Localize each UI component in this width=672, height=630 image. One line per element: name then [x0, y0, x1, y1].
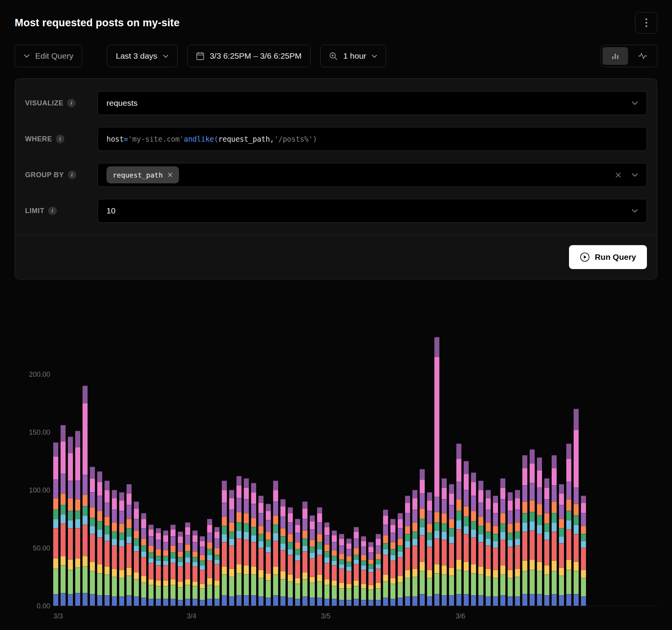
limit-select[interactable]: 10	[98, 199, 647, 223]
chart-bar[interactable]	[449, 484, 454, 606]
where-input[interactable]: host = 'my-site.com' and like(request_pa…	[98, 127, 647, 151]
chart-bar[interactable]	[354, 527, 359, 606]
chart-bar[interactable]	[214, 527, 219, 606]
chart-bar[interactable]	[273, 481, 278, 606]
bar-segment	[105, 566, 110, 574]
chart-bar[interactable]	[412, 490, 417, 606]
chart-bar[interactable]	[398, 513, 403, 606]
chart-bar[interactable]	[530, 449, 535, 606]
info-icon[interactable]: i	[48, 207, 57, 215]
granularity-dropdown[interactable]: 1 hour	[320, 45, 387, 67]
chart-bar[interactable]	[207, 519, 212, 606]
clear-group-by-icon[interactable]	[615, 172, 621, 178]
chart-bar[interactable]	[266, 504, 271, 606]
chart-bar[interactable]	[478, 481, 483, 606]
chart-bar[interactable]	[581, 496, 586, 606]
range-preset-dropdown[interactable]: Last 3 days	[107, 45, 177, 67]
stacked-bars[interactable]	[53, 337, 586, 606]
edit-query-button[interactable]: Edit Query	[15, 45, 82, 67]
chart-bar[interactable]	[544, 478, 549, 606]
chart-bar[interactable]	[200, 536, 205, 606]
chart-bar[interactable]	[295, 519, 300, 606]
line-chart-toggle-button[interactable]	[630, 47, 655, 65]
bar-segment	[141, 519, 146, 528]
chart-bar[interactable]	[258, 496, 263, 606]
chart-bar[interactable]	[310, 515, 315, 606]
chart-bar[interactable]	[83, 386, 88, 606]
chart-bar[interactable]	[383, 510, 388, 606]
chart-bar[interactable]	[185, 522, 190, 606]
chart-bar[interactable]	[566, 444, 571, 606]
chart-bar[interactable]	[229, 490, 234, 606]
chart-bar[interactable]	[119, 492, 124, 606]
chart-bar[interactable]	[324, 522, 329, 606]
chart-bar[interactable]	[427, 492, 432, 606]
chart-bar[interactable]	[515, 490, 520, 606]
group-by-select[interactable]: request_path	[98, 163, 647, 187]
chart-bar[interactable]	[171, 525, 176, 606]
chart-bar[interactable]	[105, 481, 110, 606]
chart-bar[interactable]	[361, 536, 366, 606]
chart-bar[interactable]	[559, 484, 564, 606]
bar-segment	[368, 572, 373, 585]
chart-bar[interactable]	[346, 539, 351, 606]
chart-bar[interactable]	[434, 337, 439, 606]
info-icon[interactable]: i	[67, 99, 76, 107]
chart-bar[interactable]	[53, 442, 58, 606]
requests-chart[interactable]: 0.0050.00100.00150.00200.00 3/33/43/53/6	[15, 328, 657, 622]
chart-bar[interactable]	[163, 530, 168, 606]
chart-bar[interactable]	[405, 496, 410, 606]
chart-bar[interactable]	[537, 457, 542, 606]
info-icon[interactable]: i	[68, 171, 76, 179]
chart-bar[interactable]	[134, 501, 139, 606]
bar-segment	[112, 539, 117, 545]
chart-bar[interactable]	[317, 507, 322, 606]
chart-bar[interactable]	[236, 476, 241, 606]
chart-bar[interactable]	[574, 409, 579, 606]
chart-bar[interactable]	[508, 492, 513, 606]
chart-bar[interactable]	[368, 542, 373, 606]
chart-bar[interactable]	[493, 496, 498, 606]
chart-bar[interactable]	[486, 490, 491, 606]
chart-bar[interactable]	[141, 513, 146, 606]
chart-bar[interactable]	[75, 431, 80, 606]
chart-bar[interactable]	[456, 444, 461, 606]
chart-bar[interactable]	[112, 490, 117, 606]
chart-bar[interactable]	[68, 437, 73, 606]
chart-bar[interactable]	[127, 484, 132, 606]
chart-bar[interactable]	[442, 478, 447, 606]
group-by-chip[interactable]: request_path	[106, 166, 179, 183]
chart-bar[interactable]	[552, 455, 557, 606]
chart-bar[interactable]	[251, 483, 256, 606]
chart-bar[interactable]	[522, 455, 527, 606]
chart-bar[interactable]	[192, 530, 198, 606]
chip-remove-icon[interactable]	[167, 172, 173, 178]
chart-bar[interactable]	[302, 501, 307, 606]
info-icon[interactable]: i	[56, 135, 64, 143]
chart-bar[interactable]	[500, 478, 505, 606]
chart-bar[interactable]	[222, 481, 227, 606]
chart-bar[interactable]	[178, 532, 183, 606]
chart-bar[interactable]	[280, 499, 285, 606]
chart-bar[interactable]	[464, 461, 469, 606]
bar-segment	[412, 490, 417, 498]
bar-segment	[258, 578, 263, 596]
chart-bar[interactable]	[244, 478, 249, 606]
chart-bar[interactable]	[420, 469, 425, 606]
chart-bar[interactable]	[376, 534, 381, 606]
run-query-button[interactable]: Run Query	[569, 245, 647, 269]
chart-bar[interactable]	[390, 519, 395, 606]
chart-bar[interactable]	[471, 472, 476, 606]
date-range-picker[interactable]: 3/3 6:25PM – 3/6 6:25PM	[187, 45, 311, 67]
chart-bar[interactable]	[156, 528, 161, 606]
kebab-menu-button[interactable]	[635, 12, 657, 34]
chart-bar[interactable]	[90, 467, 95, 606]
bar-chart-toggle-button[interactable]	[603, 47, 628, 65]
visualize-select[interactable]: requests	[98, 91, 647, 115]
chart-bar[interactable]	[288, 507, 293, 606]
chart-bar[interactable]	[97, 471, 102, 606]
chart-bar[interactable]	[332, 530, 337, 606]
chart-bar[interactable]	[61, 425, 66, 606]
chart-bar[interactable]	[339, 534, 344, 606]
chart-bar[interactable]	[149, 525, 154, 606]
